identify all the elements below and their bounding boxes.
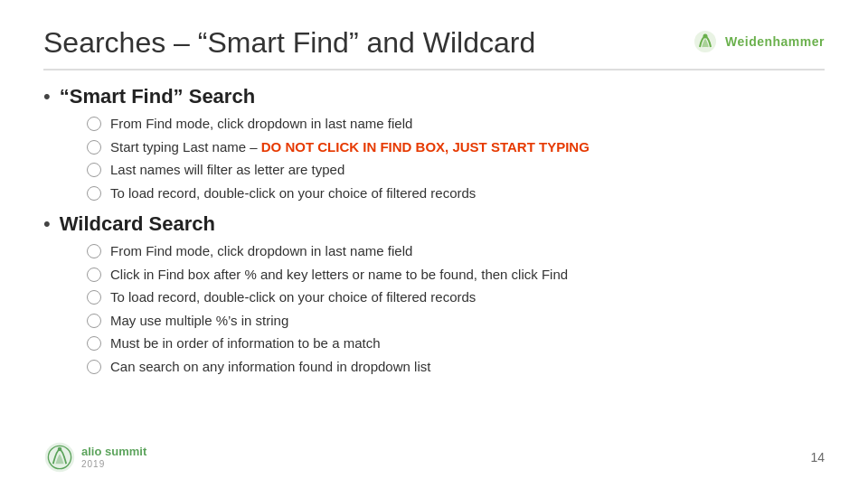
- smart-find-list: From Find mode, click dropdown in last n…: [87, 114, 825, 203]
- item-text-plain: Start typing Last name –: [110, 139, 261, 155]
- page-number: 14: [810, 450, 825, 465]
- sub-bullet-icon: [87, 314, 101, 328]
- list-item: Can search on any information found in d…: [87, 357, 825, 378]
- smart-find-header: • “Smart Find” Search: [43, 85, 825, 108]
- smart-find-section: • “Smart Find” Search From Find mode, cl…: [43, 85, 825, 203]
- list-item: To load record, double-click on your cho…: [87, 287, 825, 308]
- wildcard-section: • Wildcard Search From Find mode, click …: [43, 212, 825, 377]
- bullet-smart-find: •: [43, 87, 51, 107]
- sub-bullet-icon: [87, 117, 101, 131]
- sub-bullet-icon: [87, 163, 101, 177]
- wildcard-title: Wildcard Search: [60, 212, 215, 236]
- sub-bullet-icon: [87, 290, 101, 305]
- item-text: Can search on any information found in d…: [110, 357, 430, 378]
- item-text: To load record, double-click on your cho…: [110, 287, 476, 308]
- footer-alio-text: alio summit: [81, 446, 146, 458]
- smart-find-title: “Smart Find” Search: [60, 85, 255, 108]
- wildcard-header: • Wildcard Search: [43, 212, 825, 236]
- svg-point-4: [58, 447, 62, 452]
- list-item: Click in Find box after % and key letter…: [87, 265, 825, 286]
- item-text: Start typing Last name – DO NOT CLICK IN…: [110, 137, 590, 158]
- sub-bullet-icon: [87, 267, 101, 282]
- sub-bullet-icon: [87, 140, 101, 155]
- list-item: From Find mode, click dropdown in last n…: [87, 241, 825, 262]
- weidenhammer-logo-icon: [693, 29, 718, 54]
- item-text: From Find mode, click dropdown in last n…: [110, 241, 412, 262]
- list-item: Start typing Last name – DO NOT CLICK IN…: [87, 137, 825, 158]
- sub-bullet-icon: [87, 186, 101, 201]
- item-text: Click in Find box after % and key letter…: [110, 265, 568, 286]
- sub-bullet-icon: [87, 360, 101, 374]
- slide-footer: alio summit 2019 14: [0, 441, 868, 474]
- footer-logo-text-group: alio summit 2019: [81, 446, 146, 468]
- item-text: To load record, double-click on your cho…: [110, 183, 476, 204]
- list-item: May use multiple %’s in string: [87, 311, 825, 332]
- list-item: From Find mode, click dropdown in last n…: [87, 114, 825, 135]
- list-item: Last names will filter as letter are typ…: [87, 160, 825, 181]
- footer-logo: alio summit 2019: [43, 441, 146, 474]
- bullet-wildcard: •: [43, 214, 51, 234]
- logo-area: Weidenhammer: [693, 25, 825, 54]
- wildcard-list: From Find mode, click dropdown in last n…: [87, 241, 825, 377]
- slide-title: Searches – “Smart Find” and Wildcard: [43, 25, 535, 60]
- svg-point-1: [703, 34, 708, 39]
- list-item: To load record, double-click on your cho…: [87, 183, 825, 204]
- list-item: Must be in order of information to be a …: [87, 333, 825, 354]
- footer-year: 2019: [81, 459, 146, 469]
- sub-bullet-icon: [87, 336, 101, 351]
- item-text: From Find mode, click dropdown in last n…: [110, 114, 412, 135]
- header-divider: [43, 69, 825, 70]
- item-text: Last names will filter as letter are typ…: [110, 160, 344, 181]
- slide-header: Searches – “Smart Find” and Wildcard Wei…: [43, 25, 825, 60]
- aliosummit-logo-icon: [43, 441, 76, 474]
- highlight-text: DO NOT CLICK IN FIND BOX, JUST START TYP…: [261, 139, 590, 155]
- logo-text: Weidenhammer: [725, 34, 825, 49]
- sub-bullet-icon: [87, 244, 101, 258]
- item-text: May use multiple %’s in string: [110, 311, 288, 332]
- item-text: Must be in order of information to be a …: [110, 333, 380, 354]
- slide: Searches – “Smart Find” and Wildcard Wei…: [0, 0, 868, 488]
